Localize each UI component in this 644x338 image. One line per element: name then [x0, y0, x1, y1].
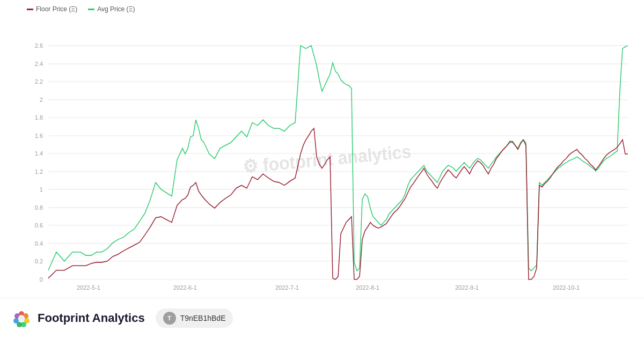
- svg-point-42: [18, 315, 25, 321]
- footer: Footprint Analytics T T9nEB1hBdE: [0, 298, 644, 338]
- svg-text:0.4: 0.4: [35, 240, 43, 247]
- svg-text:2022-10-1: 2022-10-1: [553, 284, 580, 291]
- svg-text:0.8: 0.8: [35, 204, 43, 211]
- token-badge: T T9nEB1hBdE: [156, 308, 233, 328]
- main-chart-svg: .grid-line { stroke: #e8e8e8; stroke-wid…: [27, 17, 633, 291]
- svg-text:2022-7-1: 2022-7-1: [275, 284, 299, 291]
- svg-text:2022-5-1: 2022-5-1: [77, 284, 100, 291]
- svg-text:1.4: 1.4: [35, 150, 43, 157]
- svg-text:0.6: 0.6: [35, 222, 43, 229]
- svg-text:2.2: 2.2: [35, 78, 43, 85]
- svg-text:1.8: 1.8: [35, 114, 43, 121]
- floor-price-legend: Floor Price (Ξ): [27, 5, 77, 13]
- svg-text:0.2: 0.2: [35, 258, 43, 264]
- token-id: T9nEB1hBdE: [180, 314, 226, 322]
- svg-text:1: 1: [40, 186, 43, 193]
- brand-name: Footprint Analytics: [38, 311, 145, 325]
- svg-text:1.6: 1.6: [35, 133, 43, 139]
- brand-logo: Footprint Analytics: [11, 307, 145, 329]
- floor-price-label: Floor Price (Ξ): [36, 5, 77, 13]
- svg-text:2022-6-1: 2022-6-1: [173, 284, 197, 291]
- svg-text:0: 0: [40, 276, 43, 283]
- svg-text:2.4: 2.4: [35, 61, 43, 67]
- svg-text:1.2: 1.2: [35, 168, 43, 175]
- floor-price-color: [27, 9, 33, 10]
- avg-price-color: [88, 9, 94, 10]
- chart-area: .grid-line { stroke: #e8e8e8; stroke-wid…: [27, 17, 633, 291]
- svg-text:2: 2: [40, 97, 43, 103]
- svg-point-40: [13, 318, 19, 324]
- svg-text:2022-8-1: 2022-8-1: [356, 284, 379, 291]
- avg-price-label: Avg Price (Ξ): [97, 5, 135, 13]
- token-icon: T: [163, 312, 176, 325]
- footprint-logo-icon: [11, 307, 32, 329]
- chart-legend: Floor Price (Ξ) Avg Price (Ξ): [27, 5, 633, 13]
- svg-text:2022-9-1: 2022-9-1: [455, 284, 479, 291]
- avg-price-legend: Avg Price (Ξ): [88, 5, 135, 13]
- chart-container: Floor Price (Ξ) Avg Price (Ξ) .grid-line…: [0, 0, 644, 338]
- svg-text:2.6: 2.6: [35, 42, 43, 49]
